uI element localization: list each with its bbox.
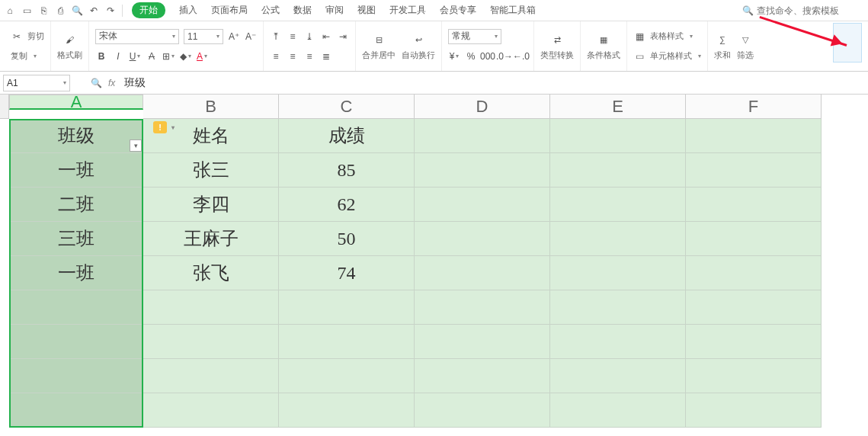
currency-icon[interactable]: ¥▾ — [448, 50, 460, 63]
align-left-icon[interactable]: ≡ — [270, 50, 282, 63]
cell-C6[interactable] — [279, 290, 415, 325]
tab-view[interactable]: 视图 — [357, 4, 376, 17]
cut-label[interactable]: 剪切 — [27, 30, 44, 42]
select-all-corner[interactable] — [0, 95, 9, 119]
comma-icon[interactable]: 000 — [482, 50, 494, 63]
percent-icon[interactable]: % — [465, 50, 477, 63]
cell-D4[interactable] — [415, 222, 550, 256]
preview-icon[interactable]: 🔍 — [72, 5, 82, 16]
search-box[interactable]: 🔍 — [742, 5, 863, 16]
print-icon[interactable]: ⎙ — [55, 5, 66, 16]
undo-icon[interactable]: ↶ — [88, 5, 99, 16]
tab-member[interactable]: 会员专享 — [440, 4, 476, 17]
align-mid-icon[interactable]: ≡ — [287, 30, 299, 43]
decrease-font-icon[interactable]: A⁻ — [245, 30, 257, 43]
cell-C3[interactable]: 62 — [279, 188, 415, 222]
colhdr-D[interactable]: D — [415, 95, 550, 119]
indent-dec-icon[interactable]: ⇤ — [320, 30, 332, 43]
cell-C2[interactable]: 85 — [279, 153, 415, 188]
cell-B9[interactable] — [143, 393, 279, 428]
cell-F8[interactable] — [686, 359, 822, 393]
increase-font-icon[interactable]: A⁺ — [228, 30, 240, 43]
tab-devtools[interactable]: 开发工具 — [389, 4, 426, 17]
condfmt-button[interactable]: ▦条件格式 — [587, 31, 620, 61]
bold-icon[interactable]: B — [95, 50, 107, 63]
cell-F2[interactable] — [686, 153, 822, 188]
tab-start[interactable]: 开始 — [132, 2, 165, 18]
cell-E6[interactable] — [550, 290, 686, 325]
formula-input[interactable] — [124, 77, 734, 89]
cell-C4[interactable]: 50 — [279, 222, 415, 256]
cell-C9[interactable] — [279, 393, 415, 428]
cell-C7[interactable] — [279, 325, 415, 359]
cell-D7[interactable] — [415, 325, 550, 359]
strike-icon[interactable]: A — [146, 50, 158, 63]
saveas-icon[interactable]: ⎘ — [38, 5, 49, 16]
cell-F5[interactable] — [686, 256, 822, 290]
fontcolor-icon[interactable]: A▾ — [196, 50, 208, 63]
inc-decimal-icon[interactable]: .0→ — [498, 50, 511, 63]
cell-A6[interactable] — [9, 290, 143, 325]
cell-D8[interactable] — [415, 359, 550, 393]
save-icon[interactable]: ▭ — [21, 5, 32, 16]
tab-insert[interactable]: 插入 — [179, 4, 197, 17]
cell-D2[interactable] — [415, 153, 550, 188]
cell-F6[interactable] — [686, 290, 822, 325]
cell-A4[interactable]: 三班 — [9, 222, 143, 256]
fx-search-icon[interactable]: 🔍 — [90, 77, 102, 89]
tablestyle-icon[interactable]: ▦ — [633, 30, 645, 43]
cell-D9[interactable] — [415, 393, 550, 428]
cell-B5[interactable]: 张飞 — [143, 256, 279, 290]
cell-A3[interactable]: 二班 — [9, 188, 143, 222]
redo-icon[interactable]: ↷ — [105, 5, 116, 16]
tab-review[interactable]: 审阅 — [325, 4, 344, 17]
cell-D5[interactable] — [415, 256, 550, 290]
align-bot-icon[interactable]: ⤓ — [303, 30, 315, 43]
cellstyle-icon[interactable]: ▭ — [633, 50, 645, 63]
colhdr-E[interactable]: E — [550, 95, 686, 119]
number-format-select[interactable]: 常规▾ — [448, 29, 501, 44]
cell-B8[interactable] — [143, 359, 279, 393]
format-painter[interactable]: 🖌 格式刷 — [57, 31, 82, 61]
tablestyle-label[interactable]: 表格样式 — [650, 30, 684, 42]
colhdr-C[interactable]: C — [279, 95, 415, 119]
cell-E3[interactable] — [550, 188, 686, 222]
cell-A5[interactable]: 一班 — [9, 256, 143, 290]
cell-D1[interactable] — [415, 119, 550, 153]
cell-A9[interactable] — [9, 393, 143, 428]
cell-E4[interactable] — [550, 222, 686, 256]
cellstyle-label[interactable]: 单元格样式 — [650, 50, 692, 62]
fillcolor-icon[interactable]: ◆▾ — [179, 50, 191, 63]
cell-E1[interactable] — [550, 119, 686, 153]
tab-data[interactable]: 数据 — [293, 4, 312, 17]
font-size-select[interactable]: 11▾ — [184, 29, 223, 44]
cell-A2[interactable]: 一班 — [9, 153, 143, 188]
tab-pagelayout[interactable]: 页面布局 — [211, 4, 248, 17]
cell-F1[interactable] — [686, 119, 822, 153]
align-right-icon[interactable]: ≡ — [303, 50, 315, 63]
cell-D3[interactable] — [415, 188, 550, 222]
cell-B4[interactable]: 王麻子 — [143, 222, 279, 256]
cell-E8[interactable] — [550, 359, 686, 393]
colhdr-F[interactable]: F — [686, 95, 822, 119]
typeconv-button[interactable]: ⇄类型转换 — [540, 31, 574, 61]
cell-F3[interactable] — [686, 188, 822, 222]
cell-E9[interactable] — [550, 393, 686, 428]
cell-C8[interactable] — [279, 359, 415, 393]
tab-smarttools[interactable]: 智能工具箱 — [490, 4, 536, 17]
cell-D6[interactable] — [415, 290, 550, 325]
error-badge-icon[interactable]: ! — [153, 121, 167, 133]
copy-label[interactable]: 复制 — [11, 50, 27, 62]
border-icon[interactable]: ⊞▾ — [162, 50, 175, 63]
cell-E2[interactable] — [550, 153, 686, 188]
cell-F9[interactable] — [686, 393, 822, 428]
cell-B6[interactable] — [143, 290, 279, 325]
cell-F4[interactable] — [686, 222, 822, 256]
dec-decimal-icon[interactable]: ←.0 — [515, 50, 527, 63]
cell-B3[interactable]: 李四 — [143, 188, 279, 222]
font-name-select[interactable]: 宋体▾ — [95, 29, 179, 44]
name-box[interactable]: A1▾ — [3, 75, 70, 91]
italic-icon[interactable]: I — [112, 50, 124, 63]
search-input[interactable] — [757, 5, 863, 16]
cell-B7[interactable] — [143, 325, 279, 359]
